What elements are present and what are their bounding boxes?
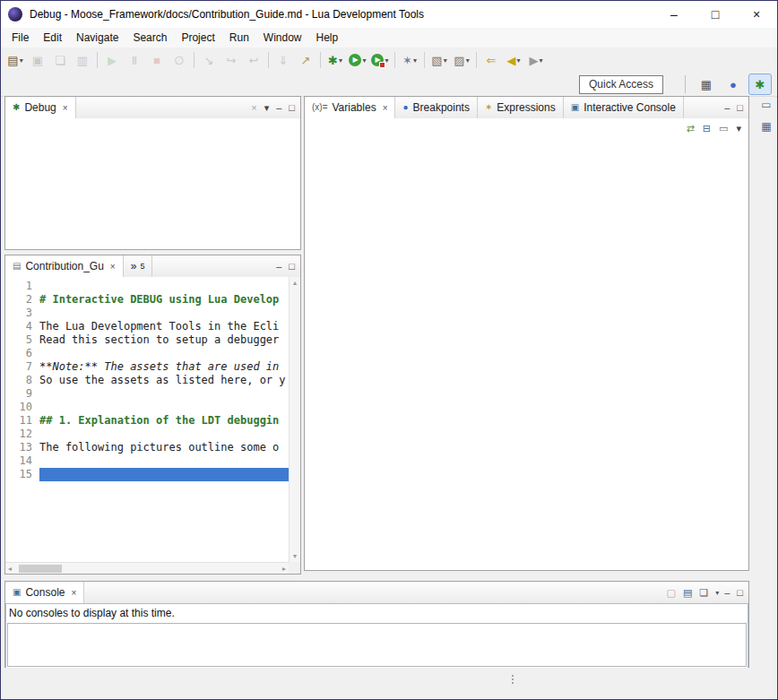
line-text[interactable] xyxy=(39,468,289,481)
line-text[interactable] xyxy=(39,454,289,468)
line-text[interactable] xyxy=(39,428,289,441)
line-number: 3 xyxy=(5,307,39,320)
tab-breakpoints[interactable]: ●Breakpoints xyxy=(395,97,477,118)
step-over-button[interactable]: ↪ xyxy=(220,50,242,70)
editor-vertical-scrollbar[interactable]: ▴ ▾ xyxy=(289,277,300,562)
menu-help[interactable]: Help xyxy=(309,29,346,47)
step-into-button[interactable]: ↘ xyxy=(198,50,220,70)
maximize-view-button[interactable]: □ xyxy=(737,588,743,598)
line-text[interactable]: Read this section to setup a debugger xyxy=(39,333,289,347)
debug-button[interactable]: ✱▾ xyxy=(324,50,346,70)
new-wizard-button[interactable]: ▤▾ xyxy=(4,50,26,70)
scroll-up-icon[interactable]: ▴ xyxy=(293,279,297,287)
minimize-view-button[interactable]: – xyxy=(724,588,730,598)
external-tools-badge xyxy=(379,62,385,68)
scroll-left-icon[interactable]: ◂ xyxy=(8,565,12,573)
close-icon[interactable]: × xyxy=(383,103,388,113)
line-text[interactable]: So use the assets as listed here, or y xyxy=(39,374,289,387)
drop-to-frame-button[interactable]: ⇓ xyxy=(272,50,294,70)
suspend-button[interactable]: Ⅱ xyxy=(124,50,145,70)
menu-edit[interactable]: Edit xyxy=(36,29,69,47)
forward-button[interactable]: ▶▾ xyxy=(525,50,547,70)
tab-interactive-console[interactable]: ▣Interactive Console xyxy=(564,97,684,118)
maximize-button[interactable]: □ xyxy=(695,1,736,28)
run-button[interactable]: ▶▾ xyxy=(347,50,368,70)
menu-file[interactable]: File xyxy=(4,29,36,47)
view-menu-button[interactable]: ▾ xyxy=(264,103,270,113)
terminate-button[interactable]: ■ xyxy=(146,50,168,70)
line-text[interactable]: # Interactive DEBUG using Lua Develop xyxy=(39,293,289,307)
line-text[interactable]: ## 1. Explanation of the LDT debuggin xyxy=(39,414,289,428)
line-text[interactable] xyxy=(39,387,289,401)
minimized-view-list-button[interactable]: ▦ xyxy=(761,120,771,133)
show-logical-structures-button[interactable]: ⊟ xyxy=(703,124,711,134)
pin-console-button[interactable]: ▢ xyxy=(667,588,676,598)
trim-drag-handle[interactable] xyxy=(512,673,514,686)
tab-variables[interactable]: (x)=Variables× xyxy=(305,97,395,118)
menu-navigate[interactable]: Navigate xyxy=(69,29,125,47)
line-text[interactable]: The following pictures outline some o xyxy=(39,441,289,454)
maximize-view-button[interactable]: □ xyxy=(289,103,295,113)
save-button[interactable]: ▣ xyxy=(27,50,48,70)
menu-run[interactable]: Run xyxy=(222,29,256,47)
open-resource-button[interactable]: ▨▾ xyxy=(451,50,472,70)
debug-perspective-button[interactable]: ✱ xyxy=(748,73,772,95)
lua-perspective-button[interactable]: ● xyxy=(722,73,745,95)
editor-line: 2# Interactive DEBUG using Lua Develop xyxy=(5,293,289,307)
restore-minimized-view-button[interactable]: ▭ xyxy=(761,99,771,111)
scrollbar-thumb[interactable] xyxy=(19,565,62,573)
editor-line: 3 xyxy=(5,307,289,320)
use-step-filters-button[interactable]: ↗ xyxy=(295,50,316,70)
menu-window[interactable]: Window xyxy=(256,29,309,47)
save-all-button[interactable]: ❏ xyxy=(49,50,71,70)
minimize-view-button[interactable]: – xyxy=(724,103,730,113)
minimize-view-button[interactable]: – xyxy=(276,103,281,113)
close-icon[interactable]: × xyxy=(110,262,116,272)
last-edit-location-button[interactable]: ⇐ xyxy=(480,50,502,70)
step-return-button[interactable]: ↩ xyxy=(243,50,264,70)
menu-project[interactable]: Project xyxy=(174,29,221,47)
open-console-button[interactable]: ❏ xyxy=(699,588,708,598)
close-icon[interactable]: × xyxy=(71,588,76,598)
tab-debug[interactable]: ✱ Debug × xyxy=(5,97,76,118)
minimize-view-button[interactable]: – xyxy=(276,262,281,272)
remove-all-terminated-button[interactable]: × xyxy=(251,103,256,113)
tab-contribution-guide[interactable]: ▤ Contribution_Gu × xyxy=(5,255,124,277)
line-text[interactable] xyxy=(39,401,289,414)
line-text[interactable] xyxy=(39,280,289,293)
view-menu-button[interactable]: ▾ xyxy=(736,124,741,134)
dropdown-arrow-icon: ▾ xyxy=(715,589,719,597)
show-type-names-button[interactable]: ⇄ xyxy=(687,124,695,134)
scroll-down-icon[interactable]: ▾ xyxy=(293,552,297,560)
line-number: 14 xyxy=(5,454,39,468)
line-text[interactable] xyxy=(39,307,289,320)
open-search-button[interactable]: ✶▾ xyxy=(399,50,420,70)
maximize-view-button[interactable]: □ xyxy=(289,262,295,272)
quick-access-box[interactable]: Quick Access xyxy=(579,75,663,94)
external-tools-button[interactable]: ▶▾ xyxy=(369,50,391,70)
collapse-all-button[interactable]: ▭ xyxy=(719,124,728,134)
line-text[interactable]: The Lua Development Tools in the Ecli xyxy=(39,320,289,333)
new-lua-wizard-button[interactable]: ▧▾ xyxy=(428,50,450,70)
disconnect-button[interactable]: ∅ xyxy=(169,50,190,70)
editor-text-area[interactable]: 12# Interactive DEBUG using Lua Develop3… xyxy=(5,277,289,562)
line-text[interactable] xyxy=(39,347,289,360)
tab-expressions[interactable]: ✶Expressions xyxy=(478,97,564,118)
line-text[interactable]: **Note:** The assets that are used in xyxy=(39,360,289,374)
scroll-right-icon[interactable]: ▸ xyxy=(282,565,286,573)
line-number: 15 xyxy=(5,468,39,481)
print-button[interactable]: ▥ xyxy=(72,50,93,70)
editor-stack-overflow-tab[interactable]: »5 xyxy=(124,255,153,277)
editor-horizontal-scrollbar[interactable]: ◂ ▸ xyxy=(5,562,289,574)
close-icon[interactable]: × xyxy=(63,103,68,113)
back-button[interactable]: ◀▾ xyxy=(503,50,524,70)
console-view: ▣ Console × ▢▤❏▾ – □ No consoles to disp… xyxy=(4,581,749,670)
open-perspective-button[interactable]: ▦ xyxy=(695,73,718,95)
display-selected-console-button[interactable]: ▤ xyxy=(683,588,692,598)
tab-console[interactable]: ▣ Console × xyxy=(5,582,84,603)
close-button[interactable]: × xyxy=(736,1,777,28)
maximize-view-button[interactable]: □ xyxy=(737,103,743,113)
menu-search[interactable]: Search xyxy=(125,29,174,47)
resume-button[interactable]: ▶ xyxy=(101,50,123,70)
minimize-button[interactable]: – xyxy=(653,1,695,28)
